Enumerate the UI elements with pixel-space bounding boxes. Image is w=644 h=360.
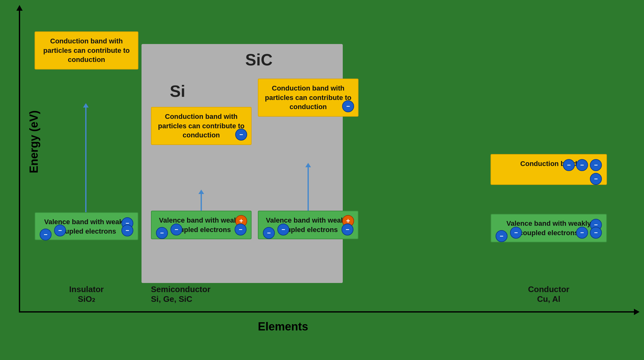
electron-cu-cond-3: − xyxy=(590,173,602,185)
electron-si-val-1: − xyxy=(156,227,168,239)
semiconductor-label-line2: Si, Ge, SiC xyxy=(151,294,358,304)
insulator-label-line2: SiO₂ xyxy=(35,294,138,304)
electron-si-cond: − xyxy=(235,129,247,141)
x-axis-label: Elements xyxy=(258,320,308,333)
electron-cu-cond-1: − xyxy=(590,159,602,171)
sic-valence-band-box: Valence band with weakly coupled electro… xyxy=(258,211,358,239)
insulator-label-line1: Insulator xyxy=(35,285,138,294)
conductor-valence-band-box: Valence band with weakly coupled electro… xyxy=(491,214,607,242)
si-valence-band-text: Valence band with weakly coupled electro… xyxy=(157,216,246,234)
semiconductor-label-line1: Semiconductor xyxy=(151,285,358,294)
si-conduction-band-text: Conduction band with particles can contr… xyxy=(157,112,246,140)
insulator-label: Insulator SiO₂ xyxy=(35,285,138,304)
electron-cu-cond-4: − xyxy=(563,159,575,171)
si-valence-band-box: Valence band with weakly coupled electro… xyxy=(151,211,252,239)
conductor-label-line1: Conductor xyxy=(491,285,607,294)
insulator-conduction-band-box: Conduction band with particles can contr… xyxy=(35,31,138,69)
conductor-label-line2: Cu, Al xyxy=(491,294,607,304)
sic-label: SiC xyxy=(245,50,273,69)
conductor-conduction-band-box: Conduction band − − − − xyxy=(491,154,607,185)
electron-ins-2: − xyxy=(40,229,52,241)
sic-conduction-band-text: Conduction band with particles can contr… xyxy=(264,84,353,112)
electron-cu-cond-2: − xyxy=(576,159,588,171)
insulator-arrow xyxy=(85,107,86,212)
electron-cu-val-2: − xyxy=(496,230,508,242)
x-axis xyxy=(19,311,635,313)
insulator-conduction-band-text: Conduction band with particles can contr… xyxy=(40,36,133,64)
electron-sic-cond: − xyxy=(342,100,354,112)
insulator-valence-band-text: Valence band with weakly coupled electro… xyxy=(40,217,133,236)
sic-conduction-band-box: Conduction band with particles can contr… xyxy=(258,79,358,117)
sic-valence-band-text: Valence band with weakly coupled electro… xyxy=(264,216,353,234)
si-arrow xyxy=(201,193,202,211)
sic-arrow xyxy=(308,167,309,211)
si-label: Si xyxy=(170,82,185,101)
semiconductor-label: Semiconductor Si, Ge, SiC xyxy=(151,285,358,304)
si-conduction-band-box: Conduction band with particles can contr… xyxy=(151,107,252,145)
y-axis xyxy=(19,9,20,311)
electron-sic-val-1: − xyxy=(263,227,275,239)
conductor-label: Conductor Cu, Al xyxy=(491,285,607,304)
y-axis-label: Energy (eV) xyxy=(27,110,41,173)
insulator-valence-band-box: Valence band with weakly coupled electro… xyxy=(35,212,138,240)
